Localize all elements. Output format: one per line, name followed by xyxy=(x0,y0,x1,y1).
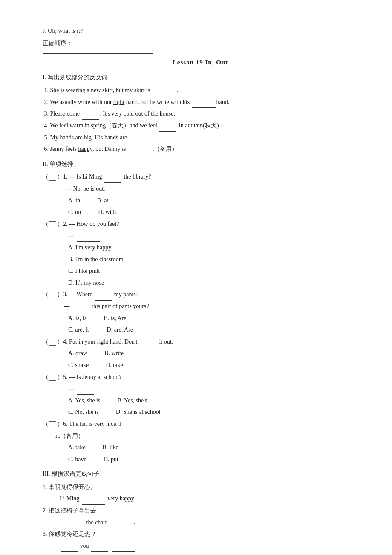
s3-q2-chinese: 2. 把这把椅子拿出去。 xyxy=(43,505,358,517)
mc-q4-opts: A. draw B. write xyxy=(68,348,358,359)
mc-bracket-5[interactable] xyxy=(49,374,56,381)
mc-q4-opts2: C. shake D. take xyxy=(68,360,358,371)
mc-bracket-3[interactable] xyxy=(49,292,56,298)
opt-5c: C. No, she is xyxy=(68,407,99,418)
opt-5d: D. She is at school xyxy=(116,407,161,418)
blank-s3q2b[interactable] xyxy=(110,521,133,528)
blank-q2[interactable] xyxy=(192,101,216,108)
underline-right: right xyxy=(113,99,124,105)
blank-mc6[interactable] xyxy=(124,423,141,430)
q5: 5. My hands are big. His hands are . xyxy=(43,132,358,144)
section1-title: I. 写出划线部分的反义词 xyxy=(43,72,358,84)
mc-q3-opts2: C. are, Is D. are, Are xyxy=(68,324,358,336)
underline-warm: warm xyxy=(70,122,84,129)
opt-4b: B. write xyxy=(104,348,124,359)
s3-q1-english: Li Ming very happy. xyxy=(60,493,358,505)
opt-1d: D. with xyxy=(98,207,116,218)
opt-1b: B. at xyxy=(97,195,108,207)
mc-q1: （）1. --- Is Li Ming the library? xyxy=(43,171,358,183)
mc-bracket-1[interactable] xyxy=(49,174,56,181)
section3-title: III. 根据汉语完成句子 xyxy=(43,468,358,480)
mc-q5-opts: A. Yes, she is B. Yes, she's xyxy=(68,395,358,407)
opt-1c: C. on xyxy=(68,207,81,218)
mc-q1-opts: A. in B. at xyxy=(68,195,358,207)
opt-1a: A. in xyxy=(68,195,80,207)
opt-6a: A. take xyxy=(68,442,85,454)
mc-q2-response: --- . xyxy=(68,230,358,242)
opt-6c: C. have xyxy=(68,454,86,465)
mc-q5-response: --- . xyxy=(68,383,358,395)
blank-mc2[interactable] xyxy=(77,235,100,242)
blank-s3q3a[interactable] xyxy=(61,545,78,552)
opt-4a: A. draw xyxy=(68,348,87,359)
mc-q5-opts2: C. No, she is D. She is at school xyxy=(68,407,358,418)
blank-mc1[interactable] xyxy=(104,176,121,183)
q6: 6. Jenny feels happy, but Danny is .（备用） xyxy=(43,144,358,155)
blank-s3q3c[interactable] xyxy=(112,545,135,552)
q3: 3. Please come . It's very cold out of t… xyxy=(43,108,358,120)
blank-q3a[interactable] xyxy=(82,113,99,120)
blank-q5[interactable] xyxy=(130,136,153,143)
mc-q4: （）4. Put in your right hand. Don't it ou… xyxy=(43,336,358,348)
opt-3d: D. are, Are xyxy=(107,324,133,336)
mc-bracket-6[interactable] xyxy=(49,421,56,428)
s3-q1-chinese: 1. 李明觉得很开心。 xyxy=(43,482,358,493)
opt-3c: C. are, Is xyxy=(68,324,90,336)
blank-mc4[interactable] xyxy=(140,341,157,347)
underline-new: new xyxy=(91,87,101,93)
opt-2c: C. I like pink xyxy=(68,266,358,277)
underline-happy: happy xyxy=(78,146,92,152)
opt-6d: D. put xyxy=(104,454,118,465)
blank-s3q1[interactable] xyxy=(82,498,105,505)
section-divider xyxy=(43,53,153,54)
mc-q6-opts2: C. have D. put xyxy=(68,454,358,465)
blank-mc3a[interactable] xyxy=(95,294,112,301)
q4: 4. We feel warm in spring（春天）and we feel… xyxy=(43,120,358,132)
q2: 2. We usually write with our right hand,… xyxy=(43,97,358,108)
q1: 1. She is wearing a new skirt, but my sk… xyxy=(43,85,358,96)
opt-2b: B. I'm in the classroom xyxy=(68,254,358,266)
mc-q6-cont: it.（备用） xyxy=(55,431,358,442)
mc-q3-opts: A. is, Is B. is, Are xyxy=(68,313,358,324)
blank-q4[interactable] xyxy=(159,125,176,132)
opt-3b: B. is, Are xyxy=(104,313,127,324)
mc-bracket-2[interactable] xyxy=(49,221,56,228)
mc-q3-response: --- this pair of pants yours? xyxy=(64,301,358,312)
opt-4c: C. shake xyxy=(68,360,89,371)
lesson-title: Lesson 19 In, Out xyxy=(43,56,358,69)
header-line2: 正确顺序： xyxy=(43,38,358,49)
blank-q1[interactable] xyxy=(153,90,176,96)
header-line1: J. Oh, what is it? xyxy=(43,26,358,37)
blank-q6[interactable] xyxy=(128,148,152,155)
opt-2d: D. It's my nose xyxy=(68,278,358,289)
section2-title: II. 单项选择 xyxy=(43,159,358,170)
mc-q2: （）2. --- How do you feel? xyxy=(43,219,358,230)
underline-out: out xyxy=(135,110,143,117)
mc-bracket-4[interactable] xyxy=(49,339,56,346)
opt-5a: A. Yes, she is xyxy=(68,395,100,407)
opt-3a: A. is, Is xyxy=(68,313,87,324)
underline-big: big xyxy=(84,134,92,141)
mc-q1-opts2: C. on D. with xyxy=(68,207,358,218)
mc-q1-response: --- No, he is out. xyxy=(60,183,358,195)
mc-q5: （）5. --- Is Jenny at school? xyxy=(43,372,358,383)
blank-s3q2a[interactable] xyxy=(61,521,84,528)
mc-q3: （）3. --- Where my pants? xyxy=(43,289,358,301)
mc-q6: （）6. The hat is very nice. I xyxy=(43,419,358,430)
opt-2a: A. I'm very happy xyxy=(68,242,358,254)
blank-mc5[interactable] xyxy=(77,388,94,395)
s3-q2-english: the chair . xyxy=(60,517,358,529)
opt-4d: D. take xyxy=(106,360,123,371)
opt-6b: B. like xyxy=(102,442,118,454)
mc-q6-opts: A. take B. like xyxy=(68,442,358,454)
blank-mc3b[interactable] xyxy=(72,306,89,312)
opt-5b: B. Yes, she's xyxy=(117,395,147,407)
s3-q3-english: you xyxy=(60,541,358,552)
blank-s3q3b[interactable] xyxy=(91,545,108,552)
s3-q3-chinese: 3. 你感觉冷还是热？ xyxy=(43,529,358,540)
